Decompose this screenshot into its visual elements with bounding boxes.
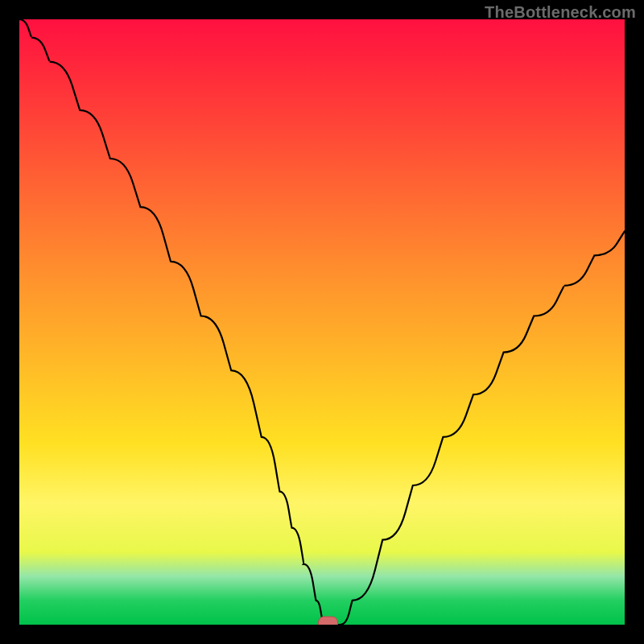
plot-area bbox=[19, 19, 625, 625]
chart-svg bbox=[19, 19, 625, 625]
watermark-text: TheBottleneck.com bbox=[485, 3, 636, 22]
chart-frame: TheBottleneck.com bbox=[0, 0, 644, 644]
bottleneck-curve bbox=[19, 19, 625, 625]
optimal-marker bbox=[319, 617, 338, 625]
